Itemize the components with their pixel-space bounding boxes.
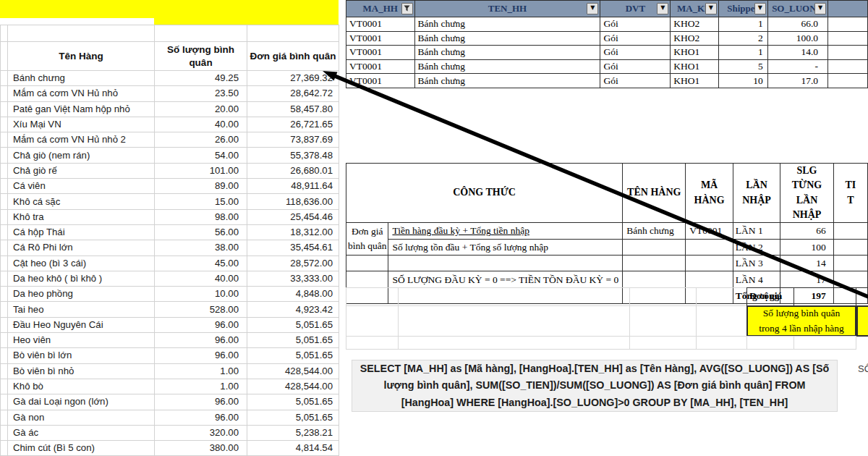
shipper-cell: 1 bbox=[718, 46, 767, 60]
ten-hang-value: Bánh chưng bbox=[623, 223, 686, 239]
clipped-cell bbox=[828, 17, 868, 32]
product-name-cell: Bò viên bì lớn bbox=[8, 348, 155, 363]
formula-table-header: CÔNG THỨC TÊN HÀNG MÃ HÀNG LẦN NHẬP SLG … bbox=[346, 164, 868, 223]
ma-hh-cell: VT0001 bbox=[346, 31, 415, 46]
empty-cell bbox=[629, 305, 697, 337]
product-row: Da heo khô ( bì khô ) 40.00 33,333.00 bbox=[1, 271, 339, 286]
product-row: Gà ác 320.00 5,238.21 bbox=[1, 425, 339, 440]
product-row: Gà non 96.00 5,051.65 bbox=[1, 410, 339, 425]
ten-hh-cell: Bánh chưng bbox=[414, 31, 600, 46]
ma-kh-cell: KHO1 bbox=[671, 74, 719, 88]
empty-cell bbox=[696, 287, 747, 306]
dropdown-filter-button[interactable]: ▼ bbox=[814, 3, 826, 14]
product-row: Khô cá sặc 15.00 118,636.00 bbox=[1, 194, 339, 209]
dropdown-filter-button[interactable]: ▼ bbox=[705, 3, 717, 14]
dropdown-filter-button[interactable]: ▼ bbox=[587, 3, 598, 14]
product-name-cell: Gà non bbox=[8, 410, 155, 425]
col-header-cong-thuc: CÔNG THỨC bbox=[346, 164, 623, 223]
avg-price-cell: 4,848.00 bbox=[247, 287, 339, 302]
average-table-header: Tên Hàng Số lượng bình quân Đơn giá bình… bbox=[1, 42, 339, 71]
col-header-dvt: DVT ▼ bbox=[600, 1, 671, 17]
avg-price-cell: 35,454.61 bbox=[247, 240, 339, 256]
avg-price-cell: 4,814.54 bbox=[247, 441, 339, 456]
empty-cell bbox=[793, 287, 856, 306]
avg-qty-cell: 1.00 bbox=[155, 363, 247, 379]
product-row: Bánh chưng 49.25 27,369.32 bbox=[1, 71, 339, 86]
empty-cell bbox=[629, 287, 697, 306]
formula-row-3: LẦN 3 14 bbox=[346, 255, 868, 271]
col-header-ma-hh: MA_HH bbox=[346, 1, 415, 17]
product-row: Heo viên 96.00 5,051.65 bbox=[1, 333, 339, 348]
clipped-cell bbox=[828, 46, 868, 60]
avg-qty-cell: 96.00 bbox=[155, 317, 247, 332]
highlight-note-cell-clipped bbox=[856, 305, 868, 337]
product-name-cell: Gà ác bbox=[8, 425, 155, 440]
product-name-cell: Chả giò (nem rán) bbox=[8, 148, 155, 163]
col-header-slg-tung-lan-nhap: SLG TỪNG LẦN NHẬP bbox=[780, 164, 833, 223]
source-table-body: VT0001 Bánh chưng Gói KHO2 1 66.0 VT0001… bbox=[346, 17, 868, 88]
lan-1-value: 66 bbox=[780, 223, 833, 239]
so-luong-cell: 100.0 bbox=[767, 31, 827, 46]
so-luong-cell: 17.0 bbox=[767, 74, 827, 88]
ma-kh-cell: KHO2 bbox=[671, 17, 719, 32]
avg-qty-cell: 1.00 bbox=[155, 379, 247, 394]
avg-price-cell: 428,544.00 bbox=[247, 363, 339, 379]
product-row: Chim cút (Bì 5 con) 380.00 4,814.54 bbox=[1, 441, 339, 456]
avg-price-cell: 28,642.72 bbox=[247, 86, 339, 101]
avg-qty-cell: 15.00 bbox=[155, 194, 247, 209]
formula-numerator: Tiền hàng đầu kỳ + Tổng tiền nhập bbox=[388, 223, 623, 239]
product-row: Mắm cá cơm VN Hủ nhỏ 2 26.00 73,837.69 bbox=[1, 132, 339, 148]
avg-qty-cell: 10.00 bbox=[155, 287, 247, 302]
empty-cell bbox=[398, 336, 630, 350]
empty-cell bbox=[398, 305, 630, 337]
avg-qty-cell: 26.00 bbox=[155, 132, 247, 148]
empty-cell bbox=[696, 305, 747, 337]
empty-cell bbox=[793, 336, 856, 350]
product-name-cell: Khô cá sặc bbox=[8, 194, 155, 209]
avg-price-cell: 25,454.46 bbox=[247, 209, 339, 224]
ma-hang-value: VT0001 bbox=[686, 223, 733, 239]
dropdown-filter-button[interactable]: ▼ bbox=[754, 3, 766, 14]
avg-price-cell: 4,923.42 bbox=[247, 302, 339, 317]
avg-price-cell: 5,051.65 bbox=[247, 348, 339, 363]
product-name-cell: Bánh chưng bbox=[8, 71, 155, 86]
lan-4-label: LẦN 4 bbox=[733, 271, 780, 287]
empty-cell bbox=[346, 336, 399, 350]
col-header-don-gia-binh-quan: Đơn giá bình quân bbox=[247, 42, 339, 71]
avg-price-cell: 5,238.21 bbox=[247, 425, 339, 440]
avg-qty-cell: 101.00 bbox=[155, 163, 247, 178]
product-row: Khô tra 98.00 25,454.46 bbox=[1, 209, 339, 224]
source-data-table: MA_HH TEN_HH ▼ DVT ▼ MA_KH ▼ Shipper ▼ S… bbox=[346, 0, 868, 88]
avg-qty-cell: 23.50 bbox=[155, 86, 247, 101]
product-row: Tai heo 528.00 4,923.42 bbox=[1, 302, 339, 317]
product-row: Bò viên bì nhỏ 1.00 428,544.00 bbox=[1, 363, 339, 379]
dropdown-filter-button[interactable]: ▼ bbox=[657, 3, 668, 14]
ma-kh-cell: KHO2 bbox=[671, 31, 719, 46]
avg-qty-cell: 56.00 bbox=[155, 224, 247, 240]
col-header-so-luong: SO_LUONG ▼ bbox=[767, 1, 827, 17]
lan-3-label: LẦN 3 bbox=[733, 255, 780, 271]
source-row: VT0001 Bánh chưng Gói KHO2 1 66.0 bbox=[346, 17, 868, 32]
avg-qty-cell: 40.00 bbox=[155, 117, 247, 132]
row-label-don-gia-binh-quan: Đơn giá bình quân bbox=[346, 223, 388, 256]
filter-funnel-button[interactable] bbox=[401, 3, 413, 14]
source-row: VT0001 Bánh chưng Gói KHO2 2 100.0 bbox=[346, 31, 868, 46]
avg-qty-cell: 96.00 bbox=[155, 410, 247, 425]
formula-row-1: Đơn giá bình quân Tiền hàng đầu kỳ + Tổn… bbox=[346, 223, 868, 239]
source-row: VT0001 Bánh chưng Gói KHO1 10 17.0 bbox=[346, 74, 868, 88]
dvt-cell: Gói bbox=[600, 59, 671, 74]
avg-qty-cell: 20.00 bbox=[155, 101, 247, 117]
sql-query-box: SELECT [MA_HH] as [Mã hàng], [HangHoa].[… bbox=[352, 360, 838, 412]
ma-kh-cell: KHO1 bbox=[671, 46, 719, 60]
ma-hh-cell: VT0001 bbox=[346, 46, 415, 60]
shipper-cell: 5 bbox=[718, 59, 767, 74]
product-name-cell: Tai heo bbox=[8, 302, 155, 317]
product-row: Da heo phồng 10.00 4,848.00 bbox=[1, 287, 339, 302]
clipped-text-fragment: SỐ bbox=[858, 363, 868, 374]
avg-price-cell: 55,378.48 bbox=[247, 148, 339, 163]
so-luong-cell: 66.0 bbox=[767, 17, 827, 32]
so-luong-cell: - bbox=[767, 59, 827, 74]
lan-4-value: 17 bbox=[780, 271, 833, 287]
dvt-cell: Gói bbox=[600, 17, 671, 32]
col-header-so-luong-binh-quan: Số lượng bình quân bbox=[155, 42, 247, 71]
